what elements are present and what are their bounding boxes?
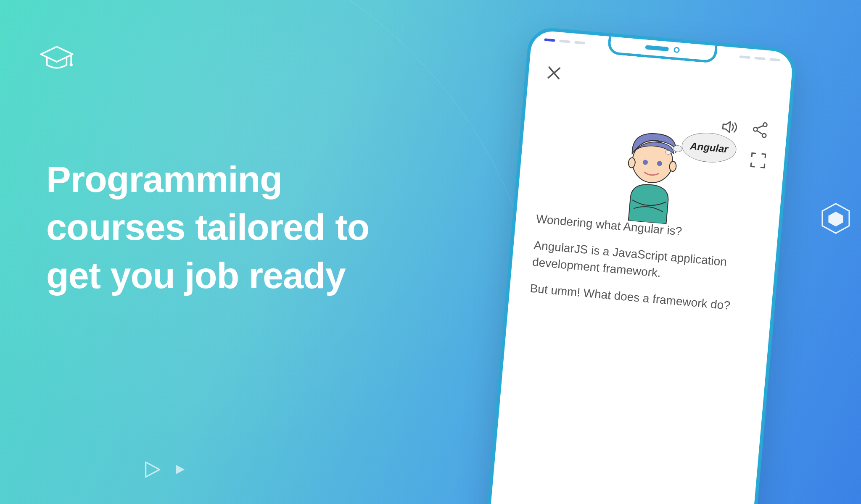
- thought-label: Angular: [689, 140, 729, 155]
- progress-segments: [544, 38, 585, 45]
- front-camera: [673, 47, 680, 53]
- play-triangle-solid-icon: [174, 464, 186, 475]
- progress-segments: [740, 55, 781, 62]
- phone-side-button: [782, 170, 790, 216]
- lesson-text: Wondering what Angular is? AngularJS is …: [528, 210, 758, 326]
- speaker-slot: [645, 45, 669, 51]
- graduation-cap-icon: [38, 40, 76, 78]
- phone-frame: Angular Wondering what Angular is? Angul…: [483, 26, 798, 504]
- svg-point-4: [763, 123, 767, 127]
- phone-mockup: Angular Wondering what Angular is? Angul…: [483, 26, 798, 504]
- play-triangle-outline-icon: [143, 460, 161, 479]
- phone-screen: Angular Wondering what Angular is? Angul…: [494, 55, 785, 504]
- svg-line-8: [757, 131, 763, 134]
- hexagon-icon: [819, 202, 853, 235]
- hero-headline: Programming courses tailored to get you …: [46, 155, 425, 299]
- decorative-triangles: [143, 460, 186, 479]
- lesson-line: AngularJS is a JavaScript application de…: [531, 237, 755, 290]
- svg-line-7: [757, 125, 763, 129]
- svg-point-1: [70, 63, 73, 66]
- phone-side-button: [776, 224, 784, 287]
- close-icon[interactable]: [546, 65, 562, 81]
- phone-notch: [607, 37, 718, 64]
- thought-bubble: Angular: [681, 131, 746, 165]
